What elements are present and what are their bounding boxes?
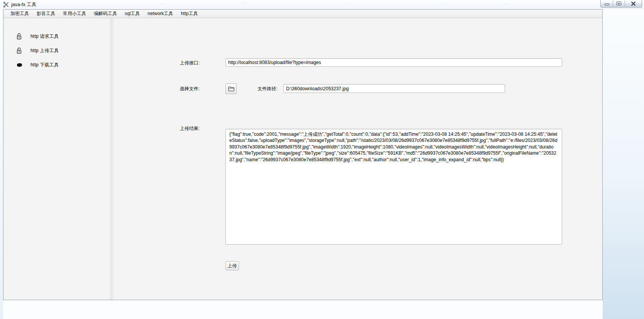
menu-http-tools[interactable]: http工具 xyxy=(177,10,202,18)
upload-result-textarea[interactable]: {"flag":true,"code":2001,"message":"上传成功… xyxy=(225,129,562,245)
minimize-icon xyxy=(605,3,609,5)
menu-bar: 加密工具 影音工具 常用小工具 编解码工具 sql工具 network工具 ht… xyxy=(3,10,602,18)
sidebar-item-http-request[interactable]: http 请求工具 xyxy=(3,31,111,42)
close-icon xyxy=(631,2,636,6)
desktop-background-left xyxy=(0,0,3,319)
upload-tool-panel: 上传接口: 选择文件: 文件路径: 上传结果: {"flag":true,"co… xyxy=(113,19,602,300)
sidebar-item-label: http 请求工具 xyxy=(31,33,59,40)
window-title: java-fx 工具 xyxy=(11,2,36,8)
upload-result-label: 上传结果: xyxy=(170,125,200,132)
sidebar-item-label: http 下载工具 xyxy=(31,62,59,68)
menu-codec-tools[interactable]: 编解码工具 xyxy=(90,10,121,18)
title-bar: java-fx 工具 xyxy=(0,0,644,9)
sidebar-item-label: http 上传工具 xyxy=(31,47,59,54)
maximize-button[interactable] xyxy=(613,0,625,7)
menu-network-tools[interactable]: network工具 xyxy=(144,10,177,18)
desktop-background-right xyxy=(603,0,644,319)
menu-common-tools[interactable]: 常用小工具 xyxy=(59,10,90,18)
upload-api-label: 上传接口: xyxy=(170,60,200,66)
minimize-button[interactable] xyxy=(601,0,613,7)
lock-icon xyxy=(17,47,23,54)
lock-icon xyxy=(17,33,23,40)
maximize-icon xyxy=(617,2,621,5)
browse-folder-button[interactable] xyxy=(225,83,237,94)
download-circle-icon xyxy=(17,61,23,68)
close-button[interactable] xyxy=(625,0,642,7)
folder-icon xyxy=(228,86,234,91)
file-path-label: 文件路径: xyxy=(258,86,277,92)
menu-sql-tools[interactable]: sql工具 xyxy=(121,10,144,18)
menu-encrypt-tools[interactable]: 加密工具 xyxy=(7,10,33,18)
upload-button[interactable]: 上传 xyxy=(225,261,239,270)
menu-media-tools[interactable]: 影音工具 xyxy=(33,10,59,18)
app-window: 加密工具 影音工具 常用小工具 编解码工具 sql工具 network工具 ht… xyxy=(3,9,603,300)
main-area: http 请求工具 http 上传工具 xyxy=(3,19,602,300)
sidebar-item-http-upload[interactable]: http 上传工具 xyxy=(3,45,111,56)
upload-api-input[interactable] xyxy=(225,58,562,67)
sidebar-item-http-download[interactable]: http 下载工具 xyxy=(3,59,111,70)
sidebar: http 请求工具 http 上传工具 xyxy=(3,19,111,300)
window-controls xyxy=(600,0,642,7)
select-file-label: 选择文件: xyxy=(170,86,200,92)
file-path-input[interactable] xyxy=(283,84,505,93)
tools-app-icon xyxy=(3,2,9,8)
